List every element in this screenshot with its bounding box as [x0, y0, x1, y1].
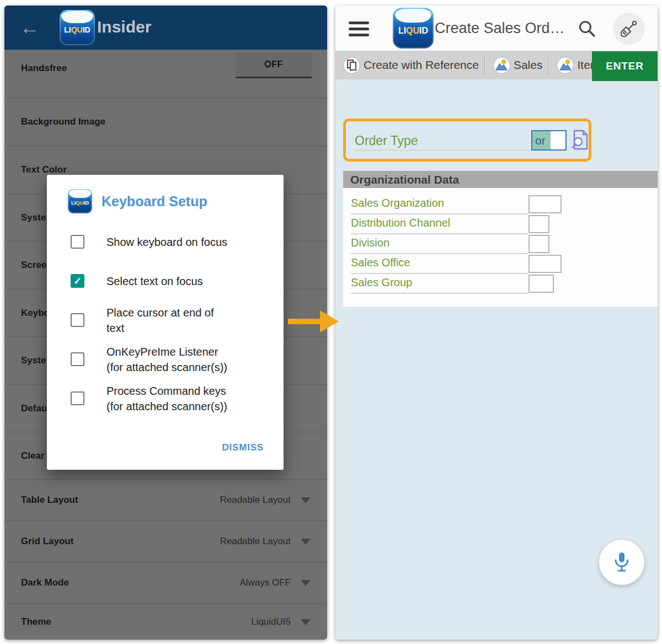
dialog-header: LIQUID Keyboard Setup — [68, 189, 207, 213]
brush-icon — [620, 19, 638, 38]
highlight-box-annotation: Order Type or — [343, 119, 591, 162]
left-app-header: ← LIQUID Insider — [4, 6, 327, 50]
grid-layout-value[interactable]: Readable Layout — [220, 536, 291, 547]
toolbar: Create with Reference Sales — [335, 51, 658, 79]
field-row-sales-group: Sales Group — [343, 274, 658, 294]
theme-value[interactable]: LiquidUI5 — [251, 616, 291, 627]
keyboard-setup-dialog: LIQUID Keyboard Setup ✓ Show keyboard on… — [47, 175, 284, 470]
brush-button[interactable] — [613, 13, 645, 45]
checkbox[interactable]: ✓ — [71, 352, 84, 366]
division-input[interactable] — [528, 235, 549, 253]
sales-organization-input[interactable] — [528, 195, 562, 213]
page-title: Create Sales Ord… — [435, 20, 565, 37]
picture-icon — [557, 57, 574, 74]
checkbox[interactable]: ✓ — [71, 391, 84, 405]
dropdown-arrow-icon[interactable] — [301, 539, 311, 545]
right-app-header: LIQUID Create Sales Ord… — [335, 6, 658, 51]
flow-arrow-annotation — [286, 309, 341, 334]
dismiss-button[interactable]: DISMISS — [222, 442, 264, 453]
selected-text: or — [532, 131, 551, 149]
search-icon[interactable] — [578, 20, 596, 37]
copy-pages-icon — [343, 57, 360, 74]
setting-row-grid-layout[interactable]: Grid Layout Readable Layout — [4, 521, 327, 562]
option-select-text-on-focus[interactable]: ✓ Select text on focus — [47, 261, 284, 300]
field-row-division: Division — [343, 234, 658, 254]
value-help-search-icon[interactable] — [570, 130, 589, 151]
checkbox[interactable]: ✓ — [71, 313, 84, 327]
dark-mode-value[interactable]: Always OFF — [239, 577, 291, 588]
distribution-channel-input[interactable] — [528, 215, 549, 233]
create-with-reference-button[interactable]: Create with Reference — [335, 51, 484, 79]
left-app-title: Insider — [97, 18, 151, 36]
organizational-data-header: Organizational Data — [343, 171, 658, 188]
microphone-button[interactable] — [599, 540, 644, 585]
menu-icon[interactable] — [349, 22, 369, 36]
create-sales-order-screen: LIQUID Create Sales Ord… — [335, 6, 658, 640]
sales-office-input[interactable] — [528, 255, 562, 273]
organizational-data-panel: Sales Organization Distribution Channel … — [343, 188, 658, 307]
order-type-label: Order Type — [355, 133, 418, 148]
field-underline — [355, 149, 531, 151]
liquid-logo: LIQUID — [60, 10, 95, 45]
setting-row-background-image[interactable]: Background Image — [4, 98, 327, 146]
picture-icon — [493, 57, 510, 74]
dropdown-arrow-icon[interactable] — [301, 619, 311, 625]
liquid-logo: LIQUID — [68, 189, 92, 213]
sales-button[interactable]: Sales — [485, 51, 548, 79]
screenshot-stage: ← LIQUID Insider Handsfree OFF Backgroun… — [0, 0, 662, 644]
dialog-options: ✓ Show keyboard on focus ✓ Select text o… — [47, 222, 284, 418]
sales-group-input[interactable] — [528, 275, 554, 293]
option-show-keyboard-on-focus[interactable]: ✓ Show keyboard on focus — [47, 222, 284, 261]
field-row-distribution-channel: Distribution Channel — [343, 214, 658, 234]
setting-row-table-layout[interactable]: Table Layout Readable Layout — [4, 480, 327, 521]
microphone-icon — [612, 551, 632, 573]
field-row-sales-organization: Sales Organization — [343, 195, 658, 214]
setting-row-handsfree[interactable]: Handsfree OFF — [4, 50, 327, 98]
option-place-cursor-at-end[interactable]: ✓ Place cursor at end of text — [47, 300, 284, 340]
order-type-input[interactable]: or — [531, 130, 567, 151]
table-layout-value[interactable]: Readable Layout — [220, 495, 291, 506]
field-row-sales-office: Sales Office — [343, 254, 658, 274]
option-onkeypreime-listener[interactable]: ✓ OnKeyPreIme Listener (for attached sca… — [47, 340, 284, 379]
enter-button[interactable]: ENTER — [592, 51, 658, 81]
dialog-title: Keyboard Setup — [102, 194, 207, 210]
checkbox[interactable]: ✓ — [71, 235, 84, 249]
dropdown-arrow-icon[interactable] — [301, 580, 311, 586]
checkbox[interactable]: ✓ — [71, 274, 84, 288]
option-process-command-keys[interactable]: ✓ Process Command keys (for attached sca… — [47, 379, 284, 418]
back-arrow-icon[interactable]: ← — [20, 18, 40, 37]
handsfree-off-button[interactable]: OFF — [236, 52, 312, 78]
setting-row-theme[interactable]: Theme LiquidUI5 — [4, 604, 327, 640]
setting-row-dark-mode[interactable]: Dark Mode Always OFF — [4, 562, 327, 604]
dropdown-arrow-icon[interactable] — [301, 497, 311, 503]
liquid-logo: LIQUID — [393, 8, 434, 49]
